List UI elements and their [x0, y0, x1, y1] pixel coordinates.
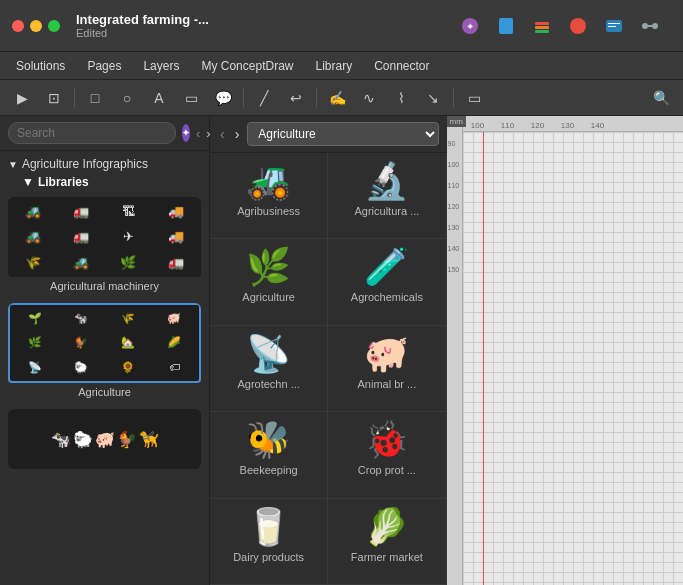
left-panel: ✦ ‹ › ▼ Agriculture Infographics ▼ Libra…: [0, 116, 210, 585]
lib-card-label-1: Agriculture: [8, 383, 201, 401]
toolbar: ▶ ⊡ □ ○ A ▭ 💬 ╱ ↩ ✍ ∿ ⌇ ↘ ▭ 🔍: [0, 80, 683, 116]
svg-rect-9: [608, 26, 616, 27]
agri-selected-grid: 🌱🐄🌾🐖 🌿🐓🏡🌽 📡🐑🌻🏷: [10, 305, 199, 381]
icon-emoji-6: 🐝: [246, 422, 291, 458]
canvas-area[interactable]: mm 100 110 120 130 140 90 100 110 120 13…: [447, 116, 684, 585]
lib-card-0[interactable]: 🚜🚛🏗🚚 🚜🚛✈🚚 🌾🚜🌿🚛 Agricultural machinery: [8, 197, 201, 295]
icon-emoji-8: 🥛: [246, 509, 291, 545]
myconceptdraw-icon[interactable]: [567, 15, 589, 37]
rectangle-tool[interactable]: □: [81, 84, 109, 112]
toolbar-separator-1: [74, 88, 75, 108]
layers-icon[interactable]: [531, 15, 553, 37]
nav-prev-icon[interactable]: ‹: [196, 126, 200, 141]
mm-label: mm: [447, 116, 466, 127]
tree-root[interactable]: ▼ Agriculture Infographics: [8, 157, 201, 171]
icon-emoji-4: 📡: [246, 336, 291, 372]
icon-cell-9[interactable]: 🥬 Farmer market: [328, 499, 446, 585]
lib-card-1[interactable]: 🌱🐄🌾🐖 🌿🐓🏡🌽 📡🐑🌻🏷 Agriculture: [8, 303, 201, 401]
icon-label-4: Agrotechn ...: [237, 378, 299, 390]
ruler-v-mark-150: 150: [447, 252, 462, 273]
toolbar-separator-4: [453, 88, 454, 108]
clip-tool[interactable]: ▭: [460, 84, 488, 112]
icon-cell-4[interactable]: 📡 Agrotechn ...: [210, 326, 328, 412]
lib-card-img-1: 🌱🐄🌾🐖 🌿🐓🏡🌽 📡🐑🌻🏷: [8, 303, 201, 383]
svg-rect-4: [535, 26, 549, 29]
menu-library[interactable]: Library: [305, 57, 362, 75]
svg-point-6: [570, 18, 586, 34]
bezier-tool[interactable]: ⌇: [387, 84, 415, 112]
lib-card-label-0: Agricultural machinery: [8, 277, 201, 295]
svg-rect-2: [499, 18, 513, 34]
icon-emoji-2: 🌿: [246, 249, 291, 285]
icon-label-8: Dairy products: [233, 551, 304, 563]
freehand-tool[interactable]: ✍: [323, 84, 351, 112]
lib-card-img-2: 🐄🐑🐖🐓🦮: [8, 409, 201, 469]
svg-point-11: [652, 23, 658, 29]
animals-grid: 🐄🐑🐖🐓🦮: [47, 426, 163, 453]
arrow-tool[interactable]: ↘: [419, 84, 447, 112]
icon-label-1: Agricultura ...: [354, 205, 419, 217]
close-button[interactable]: [12, 20, 24, 32]
library-icon[interactable]: [603, 15, 625, 37]
ruler-h-mark-130: 130: [553, 121, 583, 130]
curve-tool[interactable]: ∿: [355, 84, 383, 112]
solutions-icon[interactable]: ✦: [459, 15, 481, 37]
icon-cell-3[interactable]: 🧪 Agrochemicals: [328, 239, 446, 325]
line-tool[interactable]: ╱: [250, 84, 278, 112]
lib-card-2[interactable]: 🐄🐑🐖🐓🦮: [8, 409, 201, 469]
icon-cell-2[interactable]: 🌿 Agriculture: [210, 239, 328, 325]
toolbar-separator-3: [316, 88, 317, 108]
tree-sub-chevron: ▼: [22, 175, 34, 189]
panel-nav-next[interactable]: ›: [233, 126, 242, 142]
svg-rect-3: [535, 22, 549, 25]
select-tool[interactable]: ▶: [8, 84, 36, 112]
icon-label-7: Crop prot ...: [358, 464, 416, 476]
menu-myconceptdraw[interactable]: My ConceptDraw: [191, 57, 303, 75]
menu-solutions[interactable]: Solutions: [6, 57, 75, 75]
tree-sub-label: Libraries: [38, 175, 89, 189]
main-layout: ✦ ‹ › ▼ Agriculture Infographics ▼ Libra…: [0, 116, 683, 585]
icon-cell-0[interactable]: 🚜 Agribusiness: [210, 153, 328, 239]
icon-label-9: Farmer market: [351, 551, 423, 563]
ruler-v-mark-140: 140: [447, 231, 462, 252]
tree-sub[interactable]: ▼ Libraries: [22, 175, 201, 189]
ruler-h-mark-100: 100: [463, 121, 493, 130]
minimize-button[interactable]: [30, 20, 42, 32]
ruler-vertical: 90 100 110 120 130 140 150: [447, 116, 463, 585]
menubar: Solutions Pages Layers My ConceptDraw Li…: [0, 52, 683, 80]
icon-cell-5[interactable]: 🐖 Animal br ...: [328, 326, 446, 412]
svg-rect-8: [608, 23, 620, 24]
menu-pages[interactable]: Pages: [77, 57, 131, 75]
panel-nav-prev[interactable]: ‹: [218, 126, 227, 142]
search-bar: ✦ ‹ ›: [0, 116, 209, 151]
ellipse-tool[interactable]: ○: [113, 84, 141, 112]
icon-cell-6[interactable]: 🐝 Beekeeping: [210, 412, 328, 498]
search-tool[interactable]: 🔍: [647, 84, 675, 112]
category-select[interactable]: Agriculture: [247, 122, 438, 146]
toolbar-separator-2: [243, 88, 244, 108]
shape-tool[interactable]: ▭: [177, 84, 205, 112]
search-input[interactable]: [8, 122, 176, 144]
canvas-grid: [463, 132, 684, 585]
ruler-horizontal: 100 110 120 130 140: [447, 116, 684, 132]
connector-icon[interactable]: [639, 15, 661, 37]
ruler-h-mark-120: 120: [523, 121, 553, 130]
icon-cell-7[interactable]: 🐞 Crop prot ...: [328, 412, 446, 498]
icon-cell-8[interactable]: 🥛 Dairy products: [210, 499, 328, 585]
frame-tool[interactable]: ⊡: [40, 84, 68, 112]
pages-icon[interactable]: [495, 15, 517, 37]
icon-label-2: Agriculture: [242, 291, 295, 303]
menu-layers[interactable]: Layers: [133, 57, 189, 75]
icon-emoji-5: 🐖: [364, 336, 409, 372]
callout-tool[interactable]: 💬: [209, 84, 237, 112]
menu-connector[interactable]: Connector: [364, 57, 439, 75]
arc-tool[interactable]: ↩: [282, 84, 310, 112]
panel-header: ‹ › Agriculture: [210, 116, 447, 153]
maximize-button[interactable]: [48, 20, 60, 32]
text-tool[interactable]: A: [145, 84, 173, 112]
panel-logo: ✦: [182, 124, 190, 142]
ruler-h-mark-140: 140: [583, 121, 613, 130]
ruler-v-mark-130: 130: [447, 210, 462, 231]
icon-cell-1[interactable]: 🔬 Agricultura ...: [328, 153, 446, 239]
window-title: Integrated farming -...: [76, 12, 459, 27]
